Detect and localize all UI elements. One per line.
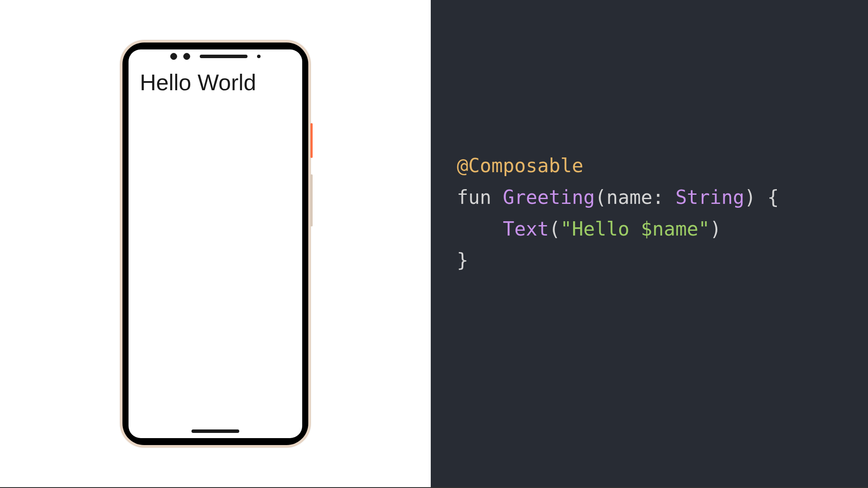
earpiece-icon — [200, 55, 248, 58]
phone-bezel: Hello World — [122, 43, 308, 445]
code-block: @Composable fun Greeting(name: String) {… — [457, 150, 779, 276]
code-paren-close: ) — [744, 186, 756, 208]
code-brace-open: { — [756, 186, 779, 208]
code-annotation: @Composable — [457, 154, 583, 177]
greeting-text: Hello World — [140, 69, 294, 95]
bottom-speaker-icon — [191, 429, 239, 433]
code-param-name: name — [606, 186, 652, 208]
sensor-icon — [257, 55, 261, 58]
code-colon: : — [652, 186, 664, 208]
camera-icon — [183, 53, 190, 60]
code-brace-close: } — [457, 249, 469, 271]
code-string-literal: "Hello $name" — [560, 218, 710, 240]
camera-icon — [170, 53, 177, 60]
code-keyword-fun: fun — [457, 186, 491, 208]
code-call-name: Text — [503, 218, 549, 240]
code-func-name: Greeting — [503, 186, 595, 208]
volume-button-icon — [310, 174, 313, 226]
phone-frame: Hello World — [120, 40, 311, 448]
phone-sensors — [170, 53, 261, 60]
code-paren-open: ( — [595, 186, 607, 208]
power-button-icon — [310, 123, 313, 158]
phone-screen: Hello World — [129, 49, 302, 438]
code-call-paren-close: ) — [710, 218, 722, 240]
preview-panel: Hello World — [0, 0, 431, 488]
code-call-paren-open: ( — [549, 218, 561, 240]
code-type-name: String — [675, 186, 744, 208]
code-panel: @Composable fun Greeting(name: String) {… — [431, 0, 868, 488]
